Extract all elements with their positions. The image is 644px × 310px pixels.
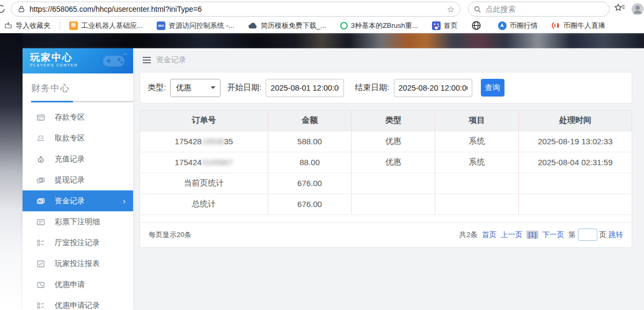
end-date-input[interactable] <box>394 79 472 97</box>
cell-order-no: 1754243195867 <box>140 152 268 173</box>
baidu-favicon <box>432 21 441 30</box>
cell-process-time: 2025-08-19 13:02:33 <box>518 131 632 152</box>
bookmark-label: 资源访问控制系统 -... <box>169 21 235 31</box>
sidebar-item-promo-apply-record[interactable]: 优惠申请记录 <box>23 295 133 310</box>
prev-page-link[interactable]: 上一页 <box>501 230 523 240</box>
bookmark-item[interactable]: 3种基本的ZBrush重... <box>333 21 425 31</box>
sidebar-item-withdrawal-record[interactable]: 提现记录 <box>23 169 133 190</box>
next-page-link[interactable]: 下一页 <box>543 230 565 240</box>
summary-row-current-page: 当前页统计 676.00 <box>140 173 632 194</box>
cell-amount: 588.00 <box>268 131 352 152</box>
query-button[interactable]: 查询 <box>481 79 504 97</box>
summary-amount: 676.00 <box>268 173 352 194</box>
bookmark-label: 首页 <box>444 21 458 31</box>
sidebar-item-label: 取款专区 <box>55 134 85 143</box>
summary-label: 总统计 <box>140 194 268 215</box>
bookmark-item[interactable]: 萌 工业机器人基础应... <box>62 21 150 31</box>
profile-avatar[interactable] <box>631 3 644 16</box>
menu-toggle-icon[interactable] <box>143 57 151 64</box>
sidebar-item-label: 厅室投注记录 <box>55 238 100 248</box>
table-row: 1754243195867 88.00 优惠 系统 2025-08-04 02:… <box>140 152 632 173</box>
ordered-list-icon <box>36 301 45 310</box>
page-title: 资金记录 <box>156 55 186 65</box>
bookmark-item[interactable]: 币圈行情 <box>491 21 545 31</box>
address-bar[interactable]: https://658065.com/hhcp/usercenter.html?… <box>11 2 460 17</box>
type-select[interactable]: 优惠 <box>170 79 221 97</box>
current-page-indicator: [1] <box>526 231 538 239</box>
bookmarks-separator <box>60 21 60 30</box>
url-text[interactable]: https://658065.com/hhcp/usercenter.html?… <box>30 5 443 13</box>
sidebar-item-label: 优惠申请 <box>55 280 85 290</box>
quick-search[interactable] <box>468 2 610 17</box>
type-select-value: 优惠 <box>176 83 191 93</box>
sidebar-banner: 玩家中心 PLAYERS CENTER <box>23 48 133 73</box>
coupon-icon <box>36 281 45 289</box>
start-date-input[interactable] <box>266 79 344 97</box>
reload-icon[interactable] <box>0 4 5 14</box>
bookmark-label: 3种基本的ZBrush重... <box>351 21 418 31</box>
sidebar-item-label: 玩家投注报表 <box>55 259 100 269</box>
sidebar-item-label: 提现记录 <box>55 175 85 185</box>
cell-project: 系统 <box>435 131 519 152</box>
bookmark-item[interactable]: 首页 <box>425 21 465 31</box>
banknotes-icon <box>36 197 45 205</box>
sidebar-item-promo-apply[interactable]: 优惠申请 <box>23 274 133 295</box>
bookmark-item[interactable]: 币圈牛人直播 <box>545 21 612 31</box>
bookmark-item[interactable]: 简历模板免费下载_... <box>241 21 333 31</box>
masked-digits: 19508 <box>202 137 224 146</box>
pagination-controls: 共2条 首页 上一页 [1] 下一页 第 页 跳转 <box>459 228 623 241</box>
favorites-list-icon[interactable] <box>614 3 626 14</box>
end-date-label: 结束日期: <box>355 83 389 93</box>
jump-label-pre: 第 <box>568 230 576 240</box>
sidebar-item-recharge-record[interactable]: 充值记录 <box>23 149 133 169</box>
section-underline <box>31 101 133 102</box>
sidebar-menu: 存款专区 取款专区 充值记录 <box>23 107 133 310</box>
cell-project: 系统 <box>435 152 519 173</box>
table-row: 1754281950835 588.00 优惠 系统 2025-08-19 13… <box>140 131 632 152</box>
bookmark-label: 币圈行情 <box>510 21 538 31</box>
pagination-bar: 每页显示20条 共2条 首页 上一页 [1] 下一页 第 页 跳转 <box>140 222 632 247</box>
bookmark-label: 工业机器人基础应... <box>81 21 143 31</box>
cell-amount: 88.00 <box>268 152 352 173</box>
bookmark-import[interactable]: 导入收藏夹 <box>3 21 57 31</box>
breadcrumb: 资金记录 <box>140 48 632 72</box>
report-chart-icon <box>36 260 45 268</box>
sidebar-item-withdraw-zone[interactable]: 取款专区 <box>23 128 133 149</box>
bookmark-item[interactable] <box>465 21 491 30</box>
col-process-time: 处理时间 <box>518 110 632 131</box>
bookmark-star-icon[interactable]: ☆ <box>447 4 455 14</box>
col-project: 项目 <box>435 110 519 131</box>
cell-process-time: 2025-08-04 02:31:59 <box>518 152 632 173</box>
bookmarks-bar: 导入收藏夹 萌 工业机器人基础应... wv 资源访问控制系统 -... 简历模… <box>0 18 644 33</box>
background-left-image <box>0 33 23 310</box>
sidebar-item-player-bet-report[interactable]: 玩家投注报表 <box>23 253 133 274</box>
col-amount: 金额 <box>268 110 352 131</box>
sidebar-item-lottery-bet-detail[interactable]: 彩票下注明细 <box>23 211 133 232</box>
cell-type: 优惠 <box>352 131 435 152</box>
start-date-label: 开始日期: <box>227 83 261 93</box>
wallet-cards-icon <box>36 176 45 184</box>
col-type: 类型 <box>352 110 435 131</box>
finance-center-heading: 财务中心 <box>31 82 133 94</box>
screen: https://658065.com/hhcp/usercenter.html?… <box>0 0 644 310</box>
first-page-link[interactable]: 首页 <box>482 230 496 240</box>
jump-link[interactable]: 跳转 <box>609 230 623 240</box>
sidebar-item-funds-record[interactable]: 资金记录 › <box>23 190 133 211</box>
search-input[interactable] <box>486 5 604 13</box>
cloud-favicon <box>248 22 258 29</box>
sidebar-item-hall-bet-record[interactable]: 厅室投注记录 <box>23 232 133 253</box>
jump-label-post: 页 <box>599 230 607 240</box>
page-body: 玩家中心 PLAYERS CENTER 财务中心 <box>0 33 644 310</box>
sidebar-item-deposit-zone[interactable]: 存款专区 <box>23 107 133 128</box>
bookmark-item[interactable]: wv 资源访问控制系统 -... <box>150 21 241 31</box>
bookmark-label: 币圈牛人直播 <box>564 21 605 31</box>
type-label: 类型: <box>148 83 166 93</box>
money-bag-icon <box>36 155 45 164</box>
page-jump-input[interactable] <box>578 228 597 241</box>
url-row: https://658065.com/hhcp/usercenter.html?… <box>0 0 644 18</box>
cell-type: 优惠 <box>352 152 435 173</box>
summary-row-total: 总统计 676.00 <box>140 194 632 215</box>
list-document-icon <box>36 218 45 226</box>
chevron-down-icon <box>211 86 215 89</box>
summary-label: 当前页统计 <box>140 173 268 194</box>
